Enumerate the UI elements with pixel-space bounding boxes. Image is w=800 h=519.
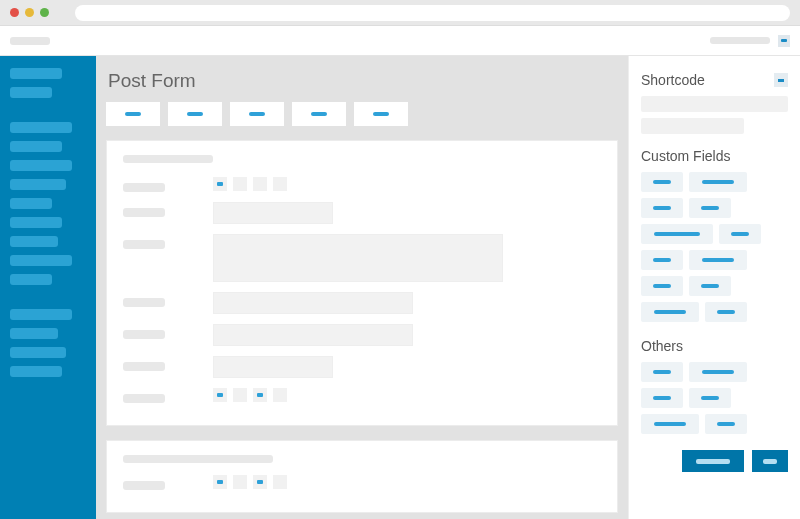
field-label xyxy=(123,362,165,371)
sidebar-item[interactable] xyxy=(10,366,62,377)
others-title-text: Others xyxy=(641,338,683,354)
others-grid xyxy=(641,362,788,434)
main-content: Post Form xyxy=(96,56,628,519)
window-close-icon[interactable] xyxy=(10,8,19,17)
sidebar-item[interactable] xyxy=(10,217,62,228)
app-shell: Post Form xyxy=(0,56,800,519)
form-row xyxy=(123,356,601,378)
form-row xyxy=(123,324,601,346)
admin-sidebar xyxy=(0,56,96,519)
field-chip[interactable] xyxy=(689,250,747,270)
text-input[interactable] xyxy=(213,324,413,346)
field-chip[interactable] xyxy=(641,414,699,434)
sidebar-item[interactable] xyxy=(10,347,66,358)
right-sidebar: Shortcode Custom Fields Others xyxy=(628,56,800,519)
field-label xyxy=(123,394,165,403)
sidebar-item[interactable] xyxy=(10,236,58,247)
sidebar-item[interactable] xyxy=(10,160,72,171)
field-chip[interactable] xyxy=(641,198,683,218)
textarea[interactable] xyxy=(213,234,503,282)
form-row xyxy=(123,234,601,282)
secondary-button[interactable] xyxy=(752,450,788,472)
field-chip[interactable] xyxy=(705,302,747,322)
form-row xyxy=(123,388,601,403)
chip-row xyxy=(213,177,503,191)
field-chip[interactable] xyxy=(705,414,747,434)
tab-item[interactable] xyxy=(168,102,222,126)
field-label xyxy=(123,240,165,249)
form-row xyxy=(123,292,601,314)
field-chip[interactable] xyxy=(641,302,699,322)
option-chip[interactable] xyxy=(273,475,287,489)
option-chip[interactable] xyxy=(273,388,287,402)
form-row xyxy=(123,177,601,192)
shortcode-line xyxy=(641,96,788,112)
sidebar-item[interactable] xyxy=(10,68,62,79)
field-label xyxy=(123,298,165,307)
chip-row xyxy=(213,475,503,489)
save-button[interactable] xyxy=(682,450,744,472)
url-bar[interactable] xyxy=(75,5,790,21)
tab-item[interactable] xyxy=(292,102,346,126)
option-chip[interactable] xyxy=(233,177,247,191)
tab-row xyxy=(106,102,618,126)
sidebar-group-3 xyxy=(10,309,86,377)
text-input[interactable] xyxy=(213,202,333,224)
window-minimize-icon[interactable] xyxy=(25,8,34,17)
option-chip[interactable] xyxy=(233,388,247,402)
field-chip[interactable] xyxy=(689,172,747,192)
custom-fields-title: Custom Fields xyxy=(641,148,788,164)
option-chip[interactable] xyxy=(253,177,267,191)
sidebar-item[interactable] xyxy=(10,309,72,320)
sidebar-group-2 xyxy=(10,122,86,285)
field-label xyxy=(123,183,165,192)
tab-item[interactable] xyxy=(230,102,284,126)
field-chip[interactable] xyxy=(641,250,683,270)
form-row xyxy=(123,202,601,224)
shortcode-title: Shortcode xyxy=(641,72,788,88)
form-panel-main xyxy=(106,140,618,426)
sidebar-item[interactable] xyxy=(10,179,66,190)
field-chip[interactable] xyxy=(641,388,683,408)
option-chip[interactable] xyxy=(233,475,247,489)
option-chip[interactable] xyxy=(253,388,267,402)
top-bar-action-icon[interactable] xyxy=(778,35,790,47)
sidebar-item[interactable] xyxy=(10,87,52,98)
field-chip[interactable] xyxy=(641,224,713,244)
field-chip[interactable] xyxy=(641,362,683,382)
text-input[interactable] xyxy=(213,356,333,378)
collapse-toggle-icon[interactable] xyxy=(774,73,788,87)
top-bar-left-placeholder xyxy=(10,37,50,45)
sidebar-group-1 xyxy=(10,68,86,98)
option-chip[interactable] xyxy=(213,388,227,402)
field-chip[interactable] xyxy=(641,172,683,192)
sidebar-item[interactable] xyxy=(10,141,62,152)
sidebar-item[interactable] xyxy=(10,274,52,285)
form-row xyxy=(123,475,601,490)
field-chip[interactable] xyxy=(719,224,761,244)
option-chip[interactable] xyxy=(213,475,227,489)
sidebar-item[interactable] xyxy=(10,255,72,266)
field-chip[interactable] xyxy=(689,362,747,382)
form-panel-secondary xyxy=(106,440,618,513)
option-chip[interactable] xyxy=(213,177,227,191)
tab-item[interactable] xyxy=(354,102,408,126)
field-chip[interactable] xyxy=(689,388,731,408)
tab-item[interactable] xyxy=(106,102,160,126)
field-chip[interactable] xyxy=(689,198,731,218)
field-chip[interactable] xyxy=(689,276,731,296)
sidebar-item[interactable] xyxy=(10,198,52,209)
sidebar-item[interactable] xyxy=(10,328,58,339)
window-maximize-icon[interactable] xyxy=(40,8,49,17)
shortcode-line xyxy=(641,118,744,134)
field-chip[interactable] xyxy=(641,276,683,296)
panel-heading xyxy=(123,155,213,163)
field-label xyxy=(123,208,165,217)
text-input[interactable] xyxy=(213,292,413,314)
custom-fields-title-text: Custom Fields xyxy=(641,148,730,164)
option-chip[interactable] xyxy=(253,475,267,489)
page-title: Post Form xyxy=(108,70,618,92)
admin-top-bar xyxy=(0,26,800,56)
sidebar-item[interactable] xyxy=(10,122,72,133)
option-chip[interactable] xyxy=(273,177,287,191)
